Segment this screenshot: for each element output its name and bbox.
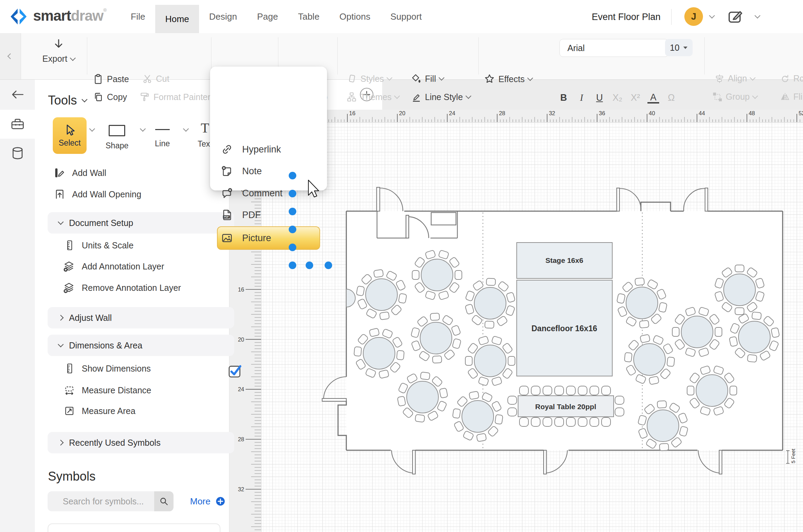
fill-button[interactable]: Fill [411,73,444,84]
select-tool-label: Select [59,138,81,148]
select-options-chevron-icon[interactable] [89,126,95,132]
section-document-setup[interactable]: Document Setup [48,212,234,234]
shape-icon [109,125,125,136]
menu-file[interactable]: File [121,0,155,33]
svg-text:48: 48 [749,110,755,116]
hyperlink-label: Hyperlink [242,144,281,155]
add-layer-icon [63,260,75,272]
symbol-group-box [48,523,220,532]
toolbox-tab[interactable] [0,110,35,139]
format-painter-icon [140,92,150,102]
section-dimensions-area[interactable]: Dimensions & Area [48,335,234,356]
shape-options-chevron-icon[interactable] [140,126,146,132]
bold-button[interactable]: B [555,92,573,104]
font-family-input[interactable]: Arial [559,39,668,57]
chevron-right-icon [58,315,64,321]
align-icon [715,74,724,83]
section-recently-used[interactable]: Recently Used Symbols [48,432,234,453]
chevron-down-icon [438,75,444,81]
search-icon [159,496,169,506]
svg-text:28: 28 [499,110,505,116]
chevron-down-icon [750,75,755,80]
copy-button[interactable]: Copy [93,92,127,102]
main-menu: File Home Design Page Table Options Supp… [121,0,432,33]
toolbar-divider [87,37,87,75]
effects-button[interactable]: Effects [484,73,532,85]
ruler-icon [65,240,75,251]
menu-page[interactable]: Page [247,0,288,33]
copy-label: Copy [107,92,127,102]
toolbar-divider [478,37,479,75]
insert-menu-hyperlink[interactable]: Hyperlink [221,140,281,159]
italic-button[interactable]: I [573,92,591,104]
chevron-left-icon [8,53,13,59]
canvas-grid[interactable] [261,122,803,532]
line-options-chevron-icon[interactable] [183,126,189,132]
units-scale-item[interactable]: Units & Scale [65,240,133,251]
font-size-select[interactable]: 10 [665,39,693,56]
measure-distance-item[interactable]: Measure Distance [64,385,151,396]
underline-button[interactable]: U [591,92,608,104]
share-chevron-down-icon[interactable] [755,13,761,19]
avatar[interactable]: J [684,7,703,26]
add-more-icon[interactable] [215,496,226,506]
add-wall-label: Add Wall [72,168,106,178]
insert-menu-note[interactable]: Note [221,161,262,181]
measure-area-item[interactable]: Measure Area [64,405,136,416]
menu-home[interactable]: Home [155,5,199,33]
shape-tool-button[interactable]: Shape [106,125,129,150]
rotate-button: Rc [780,73,803,83]
menu-design[interactable]: Design [199,0,247,33]
insert-menu-picture[interactable]: Picture [221,228,271,248]
styles-button: Styles [347,73,391,84]
show-dimensions-item[interactable]: Show Dimensions [65,363,151,374]
avatar-chevron-down-icon[interactable] [709,13,715,19]
svg-text:PDF: PDF [224,216,229,218]
align-label: Align [728,73,747,83]
comment-icon [221,187,233,199]
collapse-toolbar-button[interactable] [0,33,21,79]
toolbar-divider [337,37,338,75]
menu-options[interactable]: Options [329,0,380,33]
tools-heading[interactable]: Tools [48,93,87,108]
flip-button: Fli [780,92,802,102]
add-wall-button[interactable]: Add Wall [54,167,106,178]
export-button[interactable]: Export [33,38,85,64]
more-symbols-link[interactable]: More [190,496,210,507]
remove-layer-icon [63,282,75,294]
search-button[interactable] [154,491,174,511]
brand-bold: smart [33,8,71,24]
chevron-down-icon [387,75,393,81]
picture-icon [221,232,233,244]
chevron-down-icon [752,93,758,99]
remove-annotation-layer-label: Remove Annotation Layer [82,283,181,293]
measure-distance-label: Measure Distance [82,385,151,395]
arrow-left-icon [11,89,24,100]
measure-area-label: Measure Area [82,406,136,416]
insert-menu-comment[interactable]: Comment [221,184,282,203]
back-button[interactable] [0,79,35,110]
select-tool-button[interactable]: Select [53,117,87,154]
hyperlink-icon [221,143,233,156]
menu-table[interactable]: Table [288,0,329,33]
measure-area-icon [64,405,75,416]
menu-support[interactable]: Support [380,0,432,33]
document-setup-label: Document Setup [69,218,133,228]
insert-menu-pdf[interactable]: PDF PDF [221,205,261,225]
share-edit-icon[interactable] [727,9,744,25]
add-annotation-layer-item[interactable]: Add Annotation Layer [63,260,164,272]
font-color-button[interactable]: A [647,92,659,104]
text-format-row: B I U X₂ X² A Ω [555,92,680,104]
svg-text:20: 20 [238,336,244,343]
download-arrow-icon [53,38,65,52]
add-wall-opening-button[interactable]: Add Wall Opening [54,189,141,200]
search-input[interactable] [48,491,154,511]
data-tab[interactable] [0,139,35,168]
section-adjust-wall[interactable]: Adjust Wall [48,307,234,328]
paste-button[interactable]: Paste [93,73,129,85]
line-tool-button[interactable]: Line [155,125,170,148]
svg-text:36: 36 [599,110,605,116]
remove-annotation-layer-item[interactable]: Remove Annotation Layer [63,282,181,294]
line-style-button[interactable]: Line Style [411,92,470,102]
show-dimensions-checkbox[interactable] [228,364,242,378]
